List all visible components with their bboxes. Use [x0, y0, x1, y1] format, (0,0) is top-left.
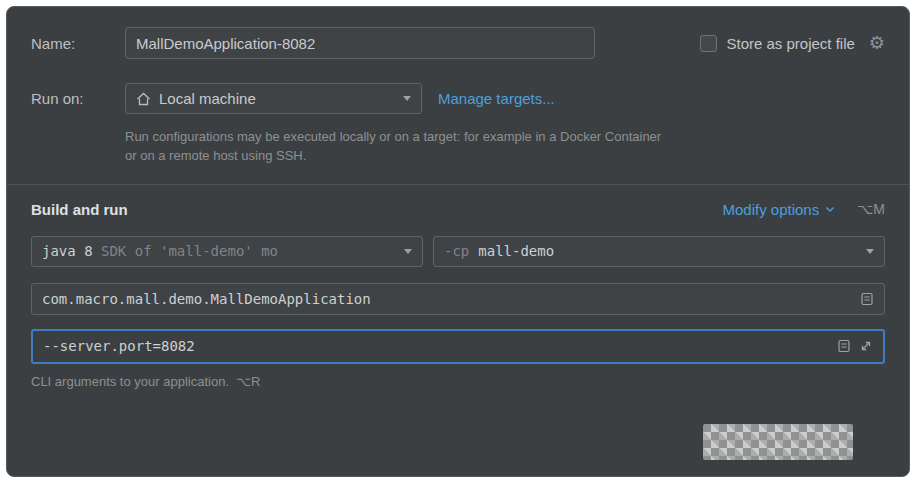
- jre-select[interactable]: java 8 SDK of 'mall-demo' mo: [31, 236, 423, 267]
- run-on-value: Local machine: [159, 90, 256, 107]
- section-divider: [7, 184, 909, 185]
- cli-help-text: CLI arguments to your application.: [31, 373, 229, 392]
- expand-dialog-icon[interactable]: [859, 339, 873, 353]
- home-icon: [136, 92, 151, 106]
- manage-targets-link[interactable]: Manage targets...: [438, 90, 555, 107]
- run-configuration-dialog: Name: MallDemoApplication-8082 Store as …: [6, 6, 910, 477]
- modify-options-label: Modify options: [722, 201, 819, 218]
- classpath-select[interactable]: -cp mall-demo: [433, 236, 885, 267]
- main-class-input[interactable]: com.macro.mall.demo.MallDemoApplication: [31, 283, 885, 315]
- modify-options-link[interactable]: Modify options: [722, 201, 835, 218]
- run-on-help-text: Run configurations may be executed local…: [125, 128, 670, 166]
- name-label: Name:: [31, 35, 125, 52]
- jre-description: SDK of 'mall-demo' mo: [101, 243, 278, 259]
- classpath-value: mall-demo: [478, 243, 554, 259]
- name-row: Name: MallDemoApplication-8082 Store as …: [31, 27, 885, 59]
- name-value: MallDemoApplication-8082: [136, 35, 315, 52]
- chevron-down-icon: [404, 249, 412, 254]
- cli-help-shortcut: ⌥R: [236, 373, 260, 392]
- cli-help-row: CLI arguments to your application. ⌥R: [31, 373, 885, 392]
- main-class-value: com.macro.mall.demo.MallDemoApplication: [42, 291, 371, 307]
- store-as-project-label: Store as project file: [726, 35, 854, 52]
- build-and-run-header: Build and run Modify options ⌥M: [31, 201, 885, 218]
- classpath-flag: -cp: [444, 243, 469, 259]
- store-as-project-checkbox[interactable]: [700, 35, 717, 52]
- jre-value: java 8: [42, 243, 93, 259]
- run-on-select[interactable]: Local machine: [125, 83, 422, 114]
- store-as-project-group: Store as project file ⚙: [700, 34, 885, 52]
- gear-icon[interactable]: ⚙: [869, 34, 885, 52]
- expand-field-icon[interactable]: [860, 292, 874, 306]
- cli-arguments-input[interactable]: --server.port=8082: [31, 329, 885, 364]
- chevron-down-icon: [866, 249, 874, 254]
- expand-field-icon[interactable]: [837, 339, 851, 353]
- jre-classpath-row: java 8 SDK of 'mall-demo' mo -cp mall-de…: [31, 236, 885, 267]
- build-and-run-title: Build and run: [31, 201, 128, 218]
- run-on-label: Run on:: [31, 90, 125, 107]
- cli-arguments-value: --server.port=8082: [43, 338, 195, 354]
- chevron-down-icon: [825, 206, 835, 213]
- modify-options-shortcut: ⌥M: [857, 201, 885, 217]
- blurred-watermark: [703, 424, 853, 460]
- name-input[interactable]: MallDemoApplication-8082: [125, 27, 595, 59]
- chevron-down-icon: [403, 96, 411, 101]
- run-on-row: Run on: Local machine Manage targets...: [31, 83, 885, 114]
